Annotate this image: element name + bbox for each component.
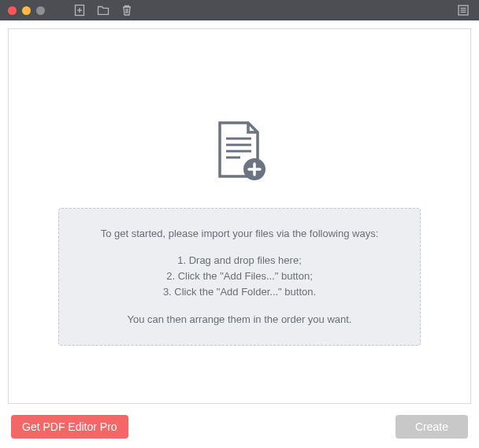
instructions-box: To get started, please import your files…: [58, 208, 421, 346]
trash-icon[interactable]: [121, 4, 133, 17]
content-box[interactable]: To get started, please import your files…: [8, 28, 471, 404]
traffic-lights: [8, 6, 45, 15]
add-document-graphic: [209, 120, 270, 184]
instructions-intro: To get started, please import your files…: [73, 226, 406, 242]
toolbar-icons: [73, 4, 133, 17]
create-button[interactable]: Create: [395, 415, 468, 439]
titlebar: [0, 0, 479, 20]
add-file-icon[interactable]: [73, 4, 86, 17]
instruction-step: 2. Click the "Add Files..." button;: [73, 268, 406, 284]
close-window-button[interactable]: [8, 6, 17, 15]
main-area: To get started, please import your files…: [0, 20, 479, 412]
instruction-step: 1. Drag and drop files here;: [73, 253, 406, 268]
folder-icon[interactable]: [97, 4, 110, 17]
instructions-footer: You can then arrange them in the order y…: [73, 312, 406, 328]
instructions-steps: 1. Drag and drop files here; 2. Click th…: [73, 253, 406, 300]
list-icon[interactable]: [457, 4, 470, 17]
instruction-step: 3. Click the "Add Folder..." button.: [73, 284, 406, 300]
maximize-window-button[interactable]: [36, 6, 45, 15]
get-pdf-editor-pro-button[interactable]: Get PDF Editor Pro: [11, 415, 128, 439]
bottom-bar: Get PDF Editor Pro Create: [0, 412, 479, 448]
minimize-window-button[interactable]: [22, 6, 31, 15]
